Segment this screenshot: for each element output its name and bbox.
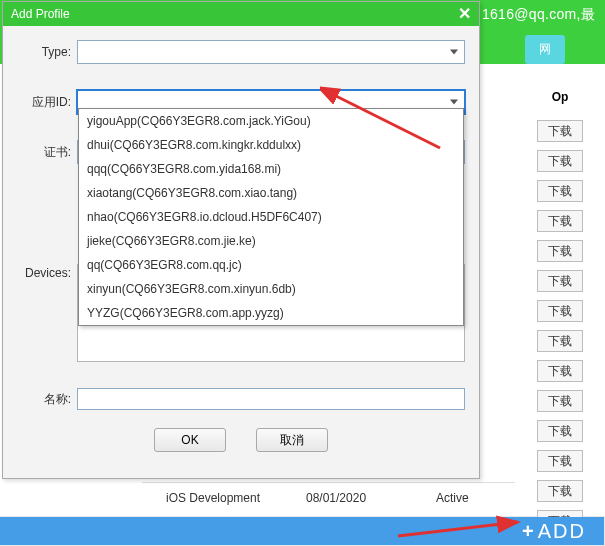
dropdown-item[interactable]: xinyun(CQ66Y3EGR8.com.xinyun.6db) [79,277,463,301]
plus-icon: + [522,520,536,543]
dropdown-item[interactable]: dhui(CQ66Y3EGR8.com.kingkr.kddulxx) [79,133,463,157]
download-button[interactable]: 下载 [537,420,583,442]
download-button[interactable]: 下载 [537,270,583,292]
type-select[interactable] [77,40,465,64]
cancel-button[interactable]: 取消 [256,428,328,452]
dropdown-item[interactable]: nhao(CQ66Y3EGR8.io.dcloud.H5DF6C407) [79,205,463,229]
label-app-id: 应用ID: [17,94,71,111]
download-button[interactable]: 下载 [537,330,583,352]
dropdown-item[interactable]: yigouApp(CQ66Y3EGR8.com.jack.YiGou) [79,109,463,133]
chevron-down-icon [450,50,458,55]
download-button[interactable]: 下载 [537,180,583,202]
download-button[interactable]: 下载 [537,300,583,322]
app-id-dropdown[interactable]: yigouApp(CQ66Y3EGR8.com.jack.YiGou)dhui(… [78,108,464,326]
header-cyan-tab[interactable]: 网 [525,35,565,64]
close-icon[interactable]: ✕ [458,2,471,26]
download-button[interactable]: 下载 [537,210,583,232]
dropdown-item[interactable]: qq(CQ66Y3EGR8.com.qq.jc) [79,253,463,277]
table-row[interactable]: iOS Development 08/01/2020 Active [142,482,515,513]
download-button[interactable]: 下载 [537,450,583,472]
chevron-down-icon [450,100,458,105]
download-button[interactable]: 下载 [537,120,583,142]
modal-title-text: Add Profile [11,2,70,26]
header-email: 1616@qq.com,最 [482,6,595,24]
name-input[interactable] [77,388,465,410]
download-button[interactable]: 下载 [537,390,583,412]
ok-button[interactable]: OK [154,428,226,452]
row-date: 08/01/2020 [306,491,436,505]
dropdown-item[interactable]: jieke(CQ66Y3EGR8.com.jie.ke) [79,229,463,253]
download-column: 下载下载下载下载下载下载下载下载下载下载下载下载下载下载 [525,120,595,540]
download-button[interactable]: 下载 [537,150,583,172]
download-button[interactable]: 下载 [537,240,583,262]
modal-titlebar: Add Profile ✕ [3,2,479,26]
dropdown-item[interactable]: tianquan(CQ66Y3EGR8.com.tian.quan) [79,325,463,326]
op-column-header: Op [525,90,595,104]
download-button[interactable]: 下载 [537,360,583,382]
label-devices: Devices: [17,266,71,280]
download-button[interactable]: 下载 [537,480,583,502]
label-cert: 证书: [17,144,71,161]
dropdown-item[interactable]: YYZG(CQ66Y3EGR8.com.app.yyzg) [79,301,463,325]
row-status: Active [436,491,506,505]
add-bar[interactable]: + ADD [0,517,604,545]
label-type: Type: [17,45,71,59]
dropdown-item[interactable]: xiaotang(CQ66Y3EGR8.com.xiao.tang) [79,181,463,205]
row-type: iOS Development [142,491,306,505]
dropdown-item[interactable]: qqq(CQ66Y3EGR8.com.yida168.mi) [79,157,463,181]
add-label: ADD [538,520,586,543]
label-name: 名称: [17,391,71,408]
